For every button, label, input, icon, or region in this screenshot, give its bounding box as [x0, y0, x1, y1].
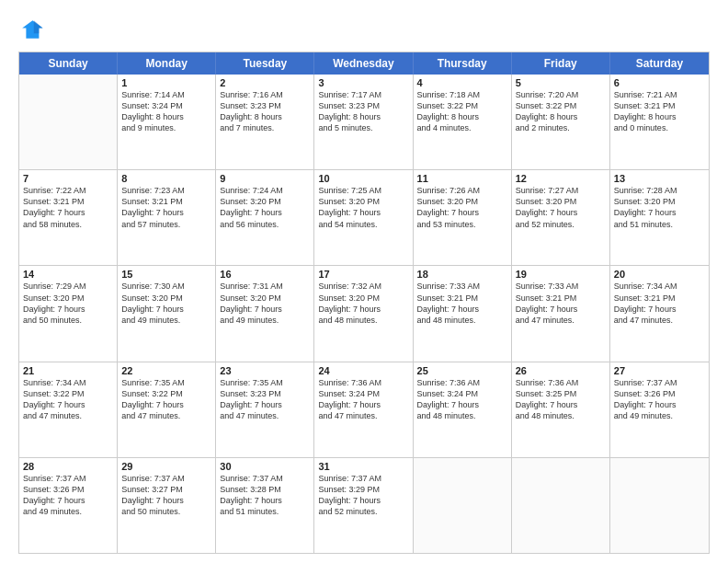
header: [18, 17, 710, 42]
cal-cell: 8Sunrise: 7:23 AMSunset: 3:21 PMDaylight…: [118, 170, 216, 265]
sunset-text: Sunset: 3:20 PM: [23, 293, 113, 304]
daylight-text: Daylight: 7 hours: [23, 304, 113, 315]
cal-week-4: 21Sunrise: 7:34 AMSunset: 3:22 PMDayligh…: [19, 362, 709, 458]
day-number: 12: [516, 173, 606, 184]
daylight-hours-text: and 2 minutes.: [516, 122, 606, 133]
sunset-text: Sunset: 3:20 PM: [318, 196, 408, 207]
sunrise-text: Sunrise: 7:16 AM: [220, 89, 310, 100]
sunrise-text: Sunrise: 7:35 AM: [220, 377, 310, 388]
daylight-hours-text: and 49 minutes.: [614, 410, 705, 421]
sunrise-text: Sunrise: 7:24 AM: [220, 185, 310, 196]
cal-header-saturday: Saturday: [610, 52, 709, 75]
sunrise-text: Sunrise: 7:37 AM: [121, 473, 211, 484]
cal-cell: 18Sunrise: 7:33 AMSunset: 3:21 PMDayligh…: [414, 266, 512, 361]
cal-header-sunday: Sunday: [19, 52, 118, 75]
cal-cell: 15Sunrise: 7:30 AMSunset: 3:20 PMDayligh…: [118, 266, 216, 361]
sunset-text: Sunset: 3:20 PM: [417, 196, 507, 207]
daylight-text: Daylight: 8 hours: [220, 111, 310, 122]
cal-cell: 14Sunrise: 7:29 AMSunset: 3:20 PMDayligh…: [19, 266, 118, 361]
daylight-text: Daylight: 7 hours: [318, 399, 408, 410]
daylight-text: Daylight: 7 hours: [516, 207, 606, 218]
cal-cell: 24Sunrise: 7:36 AMSunset: 3:24 PMDayligh…: [314, 362, 413, 457]
sunset-text: Sunset: 3:22 PM: [516, 100, 606, 111]
daylight-text: Daylight: 7 hours: [614, 207, 705, 218]
daylight-text: Daylight: 7 hours: [121, 495, 211, 506]
cal-cell: 7Sunrise: 7:22 AMSunset: 3:21 PMDaylight…: [19, 170, 118, 265]
svg-marker-0: [22, 20, 42, 39]
sunset-text: Sunset: 3:20 PM: [220, 293, 310, 304]
logo-icon: [18, 17, 44, 42]
daylight-text: Daylight: 7 hours: [220, 207, 310, 218]
sunrise-text: Sunrise: 7:35 AM: [121, 377, 211, 388]
daylight-text: Daylight: 7 hours: [614, 304, 705, 315]
sunrise-text: Sunrise: 7:34 AM: [23, 377, 113, 388]
daylight-hours-text: and 9 minutes.: [121, 122, 211, 133]
day-number: 4: [417, 77, 507, 88]
sunset-text: Sunset: 3:23 PM: [318, 100, 408, 111]
cal-cell: 2Sunrise: 7:16 AMSunset: 3:23 PMDaylight…: [216, 75, 314, 169]
daylight-text: Daylight: 8 hours: [318, 111, 408, 122]
sunset-text: Sunset: 3:23 PM: [220, 388, 310, 399]
cal-cell: 27Sunrise: 7:37 AMSunset: 3:26 PMDayligh…: [610, 362, 709, 457]
day-number: 3: [318, 77, 408, 88]
day-number: 31: [318, 461, 408, 472]
cal-cell: 31Sunrise: 7:37 AMSunset: 3:29 PMDayligh…: [314, 458, 413, 553]
cal-cell: 9Sunrise: 7:24 AMSunset: 3:20 PMDaylight…: [216, 170, 314, 265]
daylight-hours-text: and 4 minutes.: [417, 122, 507, 133]
daylight-text: Daylight: 7 hours: [318, 304, 408, 315]
cal-cell: 10Sunrise: 7:25 AMSunset: 3:20 PMDayligh…: [314, 170, 413, 265]
sunset-text: Sunset: 3:28 PM: [220, 484, 310, 495]
daylight-hours-text: and 54 minutes.: [318, 219, 408, 230]
daylight-hours-text: and 47 minutes.: [121, 410, 211, 421]
daylight-text: Daylight: 7 hours: [417, 399, 507, 410]
cal-cell: 29Sunrise: 7:37 AMSunset: 3:27 PMDayligh…: [118, 458, 216, 553]
sunrise-text: Sunrise: 7:37 AM: [220, 473, 310, 484]
day-number: 27: [614, 365, 705, 376]
sunrise-text: Sunrise: 7:37 AM: [318, 473, 408, 484]
day-number: 11: [417, 173, 507, 184]
day-number: 1: [121, 77, 211, 88]
daylight-hours-text: and 49 minutes.: [220, 315, 310, 326]
sunset-text: Sunset: 3:20 PM: [220, 196, 310, 207]
sunrise-text: Sunrise: 7:37 AM: [614, 377, 705, 388]
cal-cell: 22Sunrise: 7:35 AMSunset: 3:22 PMDayligh…: [118, 362, 216, 457]
sunrise-text: Sunrise: 7:36 AM: [318, 377, 408, 388]
daylight-text: Daylight: 7 hours: [318, 207, 408, 218]
daylight-hours-text: and 47 minutes.: [318, 410, 408, 421]
cal-header-monday: Monday: [118, 52, 216, 75]
sunrise-text: Sunrise: 7:29 AM: [23, 281, 113, 292]
sunrise-text: Sunrise: 7:30 AM: [121, 281, 211, 292]
day-number: 26: [516, 365, 606, 376]
cal-cell: [512, 458, 610, 553]
daylight-hours-text: and 47 minutes.: [220, 410, 310, 421]
calendar-header-row: SundayMondayTuesdayWednesdayThursdayFrid…: [19, 52, 709, 75]
daylight-text: Daylight: 7 hours: [318, 495, 408, 506]
sunset-text: Sunset: 3:21 PM: [23, 196, 113, 207]
daylight-hours-text: and 48 minutes.: [318, 315, 408, 326]
daylight-hours-text: and 47 minutes.: [614, 315, 705, 326]
sunset-text: Sunset: 3:22 PM: [417, 100, 507, 111]
daylight-hours-text: and 52 minutes.: [516, 219, 606, 230]
day-number: 13: [614, 173, 705, 184]
day-number: 10: [318, 173, 408, 184]
daylight-hours-text: and 48 minutes.: [417, 315, 507, 326]
daylight-text: Daylight: 7 hours: [417, 207, 507, 218]
day-number: 9: [220, 173, 310, 184]
daylight-hours-text: and 57 minutes.: [121, 219, 211, 230]
daylight-text: Daylight: 7 hours: [121, 399, 211, 410]
daylight-text: Daylight: 7 hours: [121, 304, 211, 315]
sunrise-text: Sunrise: 7:34 AM: [614, 281, 705, 292]
daylight-text: Daylight: 7 hours: [516, 399, 606, 410]
daylight-text: Daylight: 7 hours: [23, 207, 113, 218]
day-number: 14: [23, 269, 113, 280]
daylight-text: Daylight: 8 hours: [121, 111, 211, 122]
day-number: 2: [220, 77, 310, 88]
sunrise-text: Sunrise: 7:37 AM: [23, 473, 113, 484]
cal-cell: 19Sunrise: 7:33 AMSunset: 3:21 PMDayligh…: [512, 266, 610, 361]
day-number: 23: [220, 365, 310, 376]
cal-week-2: 7Sunrise: 7:22 AMSunset: 3:21 PMDaylight…: [19, 170, 709, 266]
cal-cell: 16Sunrise: 7:31 AMSunset: 3:20 PMDayligh…: [216, 266, 314, 361]
day-number: 16: [220, 269, 310, 280]
daylight-text: Daylight: 8 hours: [417, 111, 507, 122]
cal-cell: 6Sunrise: 7:21 AMSunset: 3:21 PMDaylight…: [610, 75, 709, 169]
